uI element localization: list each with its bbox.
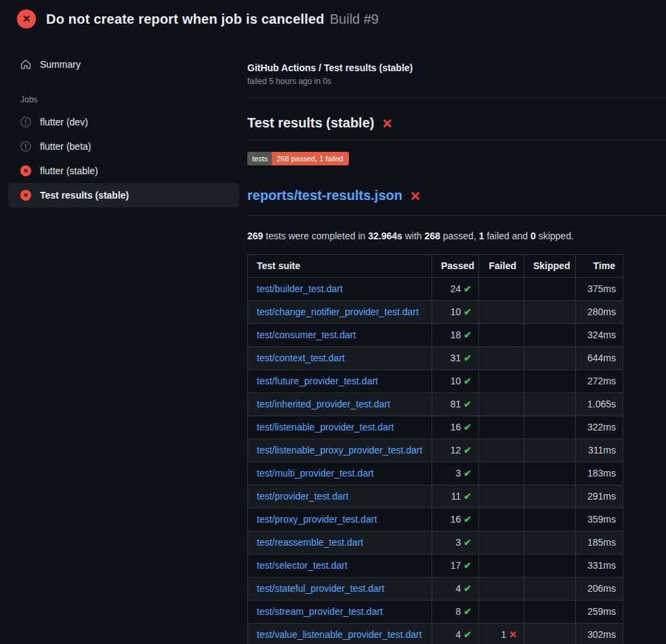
run-status-line: failed 5 hours ago in 0s bbox=[247, 77, 666, 86]
time-cell: 1.065s bbox=[576, 393, 623, 416]
suite-cell: test/consumer_test.dart bbox=[248, 323, 432, 346]
failed-cell bbox=[479, 346, 524, 369]
table-row: test/proxy_provider_test.dart16✔359ms bbox=[248, 508, 623, 531]
skipped-cell bbox=[524, 277, 576, 300]
sidebar-item-summary[interactable]: Summary bbox=[8, 52, 239, 77]
check-icon: ✔ bbox=[463, 329, 472, 340]
test-suite-link[interactable]: test/inherited_provider_test.dart bbox=[257, 399, 390, 409]
passed-cell: 31✔ bbox=[432, 346, 479, 369]
suite-cell: test/context_test.dart bbox=[248, 346, 432, 369]
summary-segment: 0 bbox=[530, 230, 536, 241]
passed-cell: 10✔ bbox=[432, 369, 479, 393]
failed-cell: 1✕ bbox=[479, 623, 524, 644]
column-header: Skipped bbox=[524, 254, 576, 277]
skipped-cell bbox=[524, 462, 576, 485]
suite-cell: test/multi_provider_test.dart bbox=[248, 462, 432, 485]
test-suite-link[interactable]: test/listenable_provider_test.dart bbox=[257, 422, 394, 432]
skipped-cell bbox=[524, 393, 576, 416]
cancelled-status-icon: ! bbox=[20, 141, 31, 152]
run-header: ✕ Do not create report when job is cance… bbox=[0, 0, 666, 37]
time-cell: 206ms bbox=[576, 577, 623, 600]
skipped-cell bbox=[524, 346, 576, 369]
test-suite-link[interactable]: test/consumer_test.dart bbox=[257, 329, 356, 340]
badge-label: tests bbox=[247, 152, 272, 165]
time-cell: 322ms bbox=[576, 416, 623, 439]
failed-cell bbox=[479, 485, 524, 508]
skipped-cell bbox=[524, 323, 576, 346]
job-list: !flutter (dev)!flutter (beta)✕flutter (s… bbox=[0, 110, 247, 207]
table-row: test/future_provider_test.dart10✔272ms bbox=[248, 369, 623, 393]
test-suite-link[interactable]: test/reassemble_test.dart bbox=[257, 537, 363, 548]
tests-summary-text: 269 tests were completed in 32.964s with… bbox=[247, 230, 666, 241]
divider bbox=[247, 215, 666, 216]
time-cell: 183ms bbox=[576, 462, 623, 485]
test-suite-link[interactable]: test/proxy_provider_test.dart bbox=[257, 514, 377, 525]
test-suite-link[interactable]: test/value_listenable_provider_test.dart bbox=[257, 629, 422, 640]
sidebar-item-job[interactable]: !flutter (dev) bbox=[8, 110, 239, 134]
test-suite-link[interactable]: test/builder_test.dart bbox=[257, 283, 343, 294]
test-suite-link[interactable]: test/future_provider_test.dart bbox=[257, 376, 378, 386]
home-icon bbox=[20, 59, 31, 70]
test-suite-link[interactable]: test/stream_provider_test.dart bbox=[257, 606, 383, 617]
check-icon: ✔ bbox=[463, 376, 472, 386]
sidebar-item-job[interactable]: ✕flutter (stable) bbox=[8, 159, 239, 183]
test-results-table: Test suitePassedFailedSkippedTime test/b… bbox=[247, 254, 623, 644]
check-icon: ✔ bbox=[463, 283, 472, 294]
skipped-cell bbox=[524, 416, 576, 439]
suite-cell: test/future_provider_test.dart bbox=[248, 369, 432, 393]
table-row: test/provider_test.dart11✔291ms bbox=[248, 485, 623, 508]
test-suite-link[interactable]: test/context_test.dart bbox=[257, 353, 345, 363]
time-cell: 280ms bbox=[576, 300, 623, 323]
cancelled-status-icon: ! bbox=[20, 117, 31, 127]
jobs-sidebar: Summary Jobs !flutter (dev)!flutter (bet… bbox=[0, 37, 247, 207]
passed-cell: 4✔ bbox=[432, 577, 479, 600]
test-suite-link[interactable]: test/multi_provider_test.dart bbox=[257, 468, 374, 479]
main-content: GitHub Actions / Test results (stable) f… bbox=[247, 37, 666, 644]
check-icon: ✔ bbox=[463, 583, 472, 594]
section-heading-text: Test results (stable) bbox=[247, 115, 374, 131]
time-cell: 259ms bbox=[576, 600, 623, 623]
table-row: test/listenable_provider_test.dart16✔322… bbox=[248, 416, 623, 439]
suite-cell: test/builder_test.dart bbox=[248, 277, 432, 300]
suite-cell: test/proxy_provider_test.dart bbox=[248, 508, 432, 531]
passed-cell: 4✔ bbox=[432, 623, 479, 644]
test-suite-link[interactable]: test/stateful_provider_test.dart bbox=[257, 583, 384, 594]
test-suite-link[interactable]: test/provider_test.dart bbox=[257, 491, 348, 502]
report-heading: reports/test-results.json ✕ bbox=[247, 188, 666, 203]
failed-cell bbox=[479, 277, 524, 300]
failed-status-icon: ✕ bbox=[17, 9, 36, 28]
check-icon: ✔ bbox=[463, 514, 472, 525]
summary-segment: passed, bbox=[440, 230, 479, 241]
failed-cell bbox=[479, 462, 524, 485]
table-header: Test suitePassedFailedSkippedTime bbox=[248, 254, 623, 277]
time-cell: 291ms bbox=[576, 485, 623, 508]
column-header: Passed bbox=[432, 254, 479, 277]
skipped-cell bbox=[524, 577, 576, 600]
table-row: test/context_test.dart31✔644ms bbox=[248, 346, 623, 369]
passed-cell: 12✔ bbox=[432, 439, 479, 462]
time-cell: 311ms bbox=[576, 439, 623, 462]
failed-status-icon: ✕ bbox=[20, 165, 31, 176]
report-file-link[interactable]: reports/test-results.json bbox=[247, 188, 402, 203]
test-suite-link[interactable]: test/listenable_proxy_provider_test.dart bbox=[257, 445, 422, 456]
table-row: test/inherited_provider_test.dart81✔1.06… bbox=[248, 393, 623, 416]
suite-cell: test/provider_test.dart bbox=[248, 485, 432, 508]
passed-cell: 3✔ bbox=[432, 531, 479, 554]
time-cell: 185ms bbox=[576, 531, 623, 554]
sidebar-item-label: flutter (stable) bbox=[40, 165, 98, 176]
passed-cell: 10✔ bbox=[432, 300, 479, 323]
check-icon: ✔ bbox=[463, 399, 472, 409]
test-suite-link[interactable]: test/selector_test.dart bbox=[257, 560, 348, 571]
test-suite-link[interactable]: test/change_notifier_provider_test.dart bbox=[257, 306, 419, 317]
failed-cell bbox=[479, 416, 524, 439]
sidebar-item-job[interactable]: ✕Test results (stable) bbox=[8, 183, 239, 207]
summary-segment: failed and bbox=[484, 230, 531, 241]
sidebar-item-label: flutter (dev) bbox=[40, 117, 88, 127]
failed-cell bbox=[479, 369, 524, 393]
sidebar-item-label: flutter (beta) bbox=[40, 141, 91, 152]
column-header: Failed bbox=[479, 254, 524, 277]
suite-cell: test/stream_provider_test.dart bbox=[248, 600, 432, 623]
sidebar-item-job[interactable]: !flutter (beta) bbox=[8, 134, 239, 159]
time-cell: 359ms bbox=[576, 508, 623, 531]
passed-cell: 18✔ bbox=[432, 323, 479, 346]
